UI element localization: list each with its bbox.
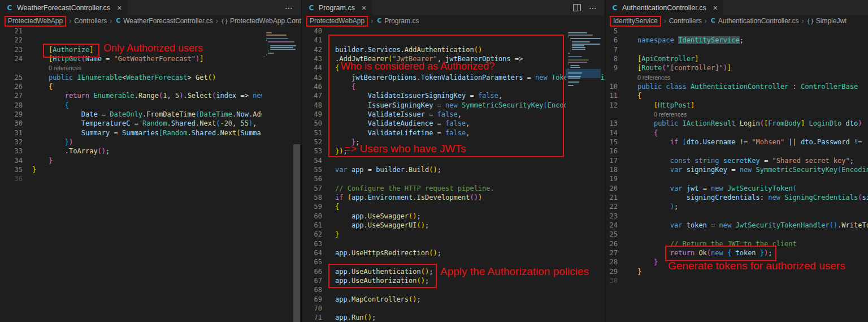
code-line: 14 { bbox=[605, 128, 868, 138]
code-editor[interactable]: 212223 [Authorize]24 [HttpGet(Name = "Ge… bbox=[0, 27, 301, 322]
code-line: 54 bbox=[302, 156, 605, 165]
tab-bar-right: C AuthenticationController.cs × bbox=[605, 0, 868, 15]
scrollbar[interactable] bbox=[293, 27, 301, 322]
code-line: 8[ApiController] bbox=[605, 54, 868, 63]
breadcrumb-item[interactable]: IdentityService bbox=[610, 16, 661, 27]
breadcrumb-item[interactable]: {}SimpleJwt bbox=[806, 17, 847, 25]
code-line: 25 bbox=[605, 230, 868, 239]
code-line: 21 bbox=[0, 27, 301, 36]
breadcrumb-item[interactable]: CProgram.cs bbox=[376, 17, 419, 25]
code-line: 61 app.UseSwaggerUI(); bbox=[302, 221, 605, 230]
code-line: 26 { bbox=[0, 82, 301, 91]
code-line: 29 Date = DateOnly.FromDateTime(DateTime… bbox=[0, 110, 301, 119]
breadcrumb-separator: › bbox=[664, 17, 666, 25]
tab-weatherforecastcontroller[interactable]: C WeatherForecastController.cs × bbox=[0, 0, 128, 15]
code-line: 34 } bbox=[0, 156, 301, 165]
csharp-file-icon: C bbox=[307, 4, 315, 12]
code-line: 31 Summary = Summaries[Random.Shared.Nex… bbox=[0, 128, 301, 138]
code-line: 24 var token = new JwtSecurityTokenHandl… bbox=[605, 221, 868, 230]
code-line: 11{ bbox=[605, 91, 868, 100]
breadcrumb-item[interactable]: {}ProtectedWebApp.Controlle bbox=[221, 17, 301, 25]
codelens-row: 0 references bbox=[0, 63, 301, 72]
code-line: 30 TemperatureC = Random.Shared.Next(-20… bbox=[0, 119, 301, 128]
breadcrumb-separator: › bbox=[801, 17, 804, 25]
csharp-file-icon: C bbox=[710, 17, 717, 25]
code-line: 32 }) bbox=[0, 138, 301, 147]
annotation-generate-tokens: Generate tokens for authorized users bbox=[668, 260, 845, 272]
tab-close-icon[interactable]: × bbox=[117, 4, 121, 12]
breadcrumb-separator: › bbox=[69, 17, 71, 25]
breadcrumb-item[interactable]: ProtectedWebApp bbox=[306, 16, 368, 27]
code-line: 35} bbox=[0, 165, 301, 174]
code-line: 59{ bbox=[302, 202, 605, 211]
code-line: 28 { bbox=[0, 101, 301, 110]
split-editor-icon[interactable] bbox=[573, 4, 581, 11]
breadcrumb: ProtectedWebApp›Controllers›CWeatherFore… bbox=[0, 15, 301, 27]
code-line: 36 bbox=[0, 174, 301, 183]
code-line: 33 .ToArray(); bbox=[0, 147, 301, 156]
breadcrumb-separator: › bbox=[110, 17, 112, 25]
codelens-row: 0 references bbox=[605, 110, 868, 119]
code-line: 71app.Run(); bbox=[302, 313, 605, 322]
code-line: 10public class AuthenticationController … bbox=[605, 82, 868, 91]
breadcrumb-item[interactable]: CWeatherForecastController.cs bbox=[115, 17, 213, 25]
tab-authenticationcontroller[interactable]: C AuthenticationController.cs × bbox=[605, 0, 724, 15]
code-line: 23 bbox=[605, 212, 868, 221]
breadcrumb-item[interactable]: CAuthenticationController.cs bbox=[710, 17, 799, 25]
code-line: 58if (app.Environment.IsDevelopment()) bbox=[302, 193, 605, 202]
code-line: 60 app.UseSwagger(); bbox=[302, 212, 605, 221]
namespace-symbol-icon: {} bbox=[806, 18, 814, 25]
code-line: 15 if (dto.Username != "Mohsen" || dto.P… bbox=[605, 138, 868, 147]
tab-bar-left: C WeatherForecastController.cs × ⋯ bbox=[0, 0, 301, 15]
codelens-row: 0 references bbox=[605, 73, 868, 82]
breadcrumb-separator: › bbox=[705, 17, 707, 25]
code-line: 30 bbox=[605, 276, 868, 285]
code-editor[interactable]: 56namespace IdentityService;78[ApiContro… bbox=[605, 27, 868, 322]
tab-close-icon[interactable]: × bbox=[362, 4, 366, 12]
tab-bar-middle: C Program.cs × ⋯ bbox=[302, 0, 605, 15]
annotation-only-authorized: Only Authorized users bbox=[103, 42, 203, 54]
code-line: 17 const string secretKey = "Shared secr… bbox=[605, 156, 868, 165]
tab-close-icon[interactable]: × bbox=[713, 4, 718, 12]
code-line: 6namespace IdentityService; bbox=[605, 36, 868, 45]
breadcrumb-item[interactable]: Controllers bbox=[669, 17, 702, 25]
code-line: 25 public IEnumerable<WeatherForecast> G… bbox=[0, 73, 301, 82]
breadcrumb: ProtectedWebApp›CProgram.cs bbox=[302, 15, 605, 27]
code-line: 7 bbox=[605, 45, 868, 54]
code-line: 55var app = builder.Build(); bbox=[302, 165, 605, 174]
annotation-box-return-token bbox=[665, 246, 776, 261]
code-line: 12 [HttpPost] bbox=[605, 101, 868, 110]
annotation-box-jwt-setup bbox=[328, 35, 564, 157]
breadcrumb-separator: › bbox=[216, 17, 218, 25]
annotation-users-with-jwts: => Users who have JWTs bbox=[344, 143, 466, 155]
annotation-box-authorize bbox=[43, 44, 99, 58]
code-line: 18 var signingKey = new SymmetricSecurit… bbox=[605, 165, 868, 174]
code-line: 64app.UseHttpsRedirection(); bbox=[302, 248, 605, 257]
csharp-file-icon: C bbox=[6, 4, 14, 12]
code-line: 5 bbox=[605, 27, 868, 36]
breadcrumb: IdentityService›Controllers›CAuthenticat… bbox=[605, 15, 868, 27]
breadcrumb-separator: › bbox=[371, 17, 373, 25]
code-line: 69app.MapControllers(); bbox=[302, 295, 605, 304]
code-line: 70 bbox=[302, 304, 605, 313]
vscode-window: C WeatherForecastController.cs × ⋯ Prote… bbox=[0, 0, 868, 322]
code-line: 19 bbox=[605, 174, 868, 183]
code-line: 13 public IActionResult Login([FromBody]… bbox=[605, 119, 868, 128]
breadcrumb-item[interactable]: Controllers bbox=[74, 17, 107, 25]
code-line: 27 return Enumerable.Range(1, 5).Select(… bbox=[0, 91, 301, 100]
more-actions-icon[interactable]: ⋯ bbox=[589, 4, 597, 12]
code-line: 20 var jwt = new JwtSecurityToken( bbox=[605, 184, 868, 193]
tab-label: Program.cs bbox=[319, 4, 355, 12]
minimap[interactable] bbox=[262, 27, 293, 322]
editor-group-right: C AuthenticationController.cs × Identity… bbox=[605, 0, 868, 322]
annotation-who-authorized: Who is considered as Authorized? bbox=[341, 61, 494, 72]
code-line: 62} bbox=[302, 230, 605, 239]
tab-label: AuthenticationController.cs bbox=[622, 4, 706, 12]
breadcrumb-item[interactable]: ProtectedWebApp bbox=[5, 16, 66, 27]
tab-program[interactable]: C Program.cs × bbox=[302, 0, 372, 15]
code-line: 22 ); bbox=[605, 202, 868, 211]
code-line: 57// Configure the HTTP request pipeline… bbox=[302, 184, 605, 193]
code-line: 56 bbox=[302, 174, 605, 183]
annotation-apply-policies: Apply the Authorization policies bbox=[440, 265, 589, 278]
more-actions-icon[interactable]: ⋯ bbox=[285, 4, 293, 12]
